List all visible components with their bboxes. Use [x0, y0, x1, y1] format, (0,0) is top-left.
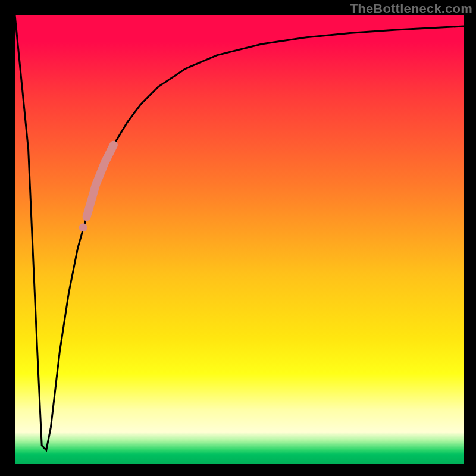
- highlight-dot: [79, 223, 87, 231]
- curve-svg: [15, 15, 464, 464]
- plot-area: [15, 15, 464, 464]
- bottleneck-curve-path: [15, 15, 464, 450]
- chart-frame: TheBottleneck.com: [0, 0, 476, 476]
- highlight-segment-path: [87, 145, 114, 217]
